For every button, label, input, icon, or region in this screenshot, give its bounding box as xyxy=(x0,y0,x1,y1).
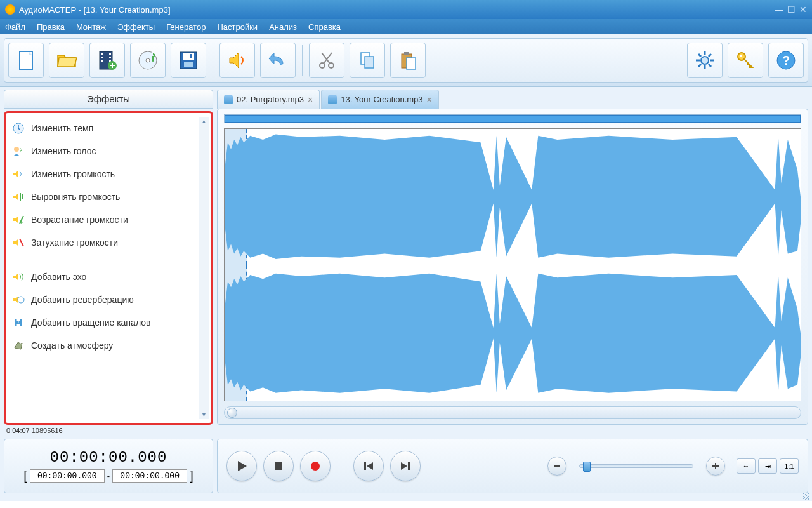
skip-back-button[interactable] xyxy=(353,451,384,481)
status-bar: 0:04:07 10895616 xyxy=(0,425,812,436)
svg-rect-7 xyxy=(109,57,111,58)
close-button[interactable]: ✕ xyxy=(799,4,807,15)
save-button[interactable] xyxy=(171,43,206,78)
effect-label: Изменить голос xyxy=(31,146,96,156)
toolbar-separator xyxy=(213,45,213,76)
svg-point-11 xyxy=(146,58,150,62)
effect-fade-out[interactable]: - Затухание громкости xyxy=(8,231,199,254)
svg-rect-53 xyxy=(715,463,716,469)
transport-panel: ↔ ⇥ 1:1 xyxy=(217,439,808,493)
minimize-button[interactable]: — xyxy=(775,4,783,15)
svg-rect-22 xyxy=(404,52,409,55)
paste-icon xyxy=(396,49,419,72)
paste-button[interactable] xyxy=(390,43,426,78)
overview-bar[interactable] xyxy=(224,114,801,123)
toolbar-area: ? xyxy=(0,34,812,87)
bracket-open: [ xyxy=(23,469,27,483)
volume-icon xyxy=(12,168,25,180)
effect-change-tempo[interactable]: Изменить темп xyxy=(8,117,199,140)
normalize-icon xyxy=(12,190,25,203)
volume-button[interactable] xyxy=(219,43,255,78)
effect-label: Изменить темп xyxy=(31,123,93,133)
svg-rect-3 xyxy=(101,53,103,55)
skip-forward-button[interactable] xyxy=(390,451,421,481)
horizontal-scrollbar[interactable] xyxy=(224,406,801,419)
tab-purgatory[interactable]: 02. Purgatory.mp3 × xyxy=(217,90,320,109)
time-panel: 00:00:00.000 [ - ] xyxy=(4,439,213,493)
zoom-in-button[interactable] xyxy=(706,457,725,476)
effects-panel: Изменить темп Изменить голос Изменить гр… xyxy=(4,111,213,425)
menu-effects[interactable]: Эффекты xyxy=(117,22,155,32)
undo-icon xyxy=(266,49,289,72)
open-file-button[interactable] xyxy=(49,43,84,78)
window-controls: — ☐ ✕ xyxy=(775,4,807,15)
selection-end-input[interactable] xyxy=(112,469,187,483)
play-button[interactable] xyxy=(226,451,257,481)
sidebar-scrollbar[interactable] xyxy=(199,117,209,419)
new-file-button[interactable] xyxy=(8,43,44,78)
tab-close-icon[interactable]: × xyxy=(308,95,313,105)
effect-label: Добавить реверберацию xyxy=(31,295,134,305)
svg-point-24 xyxy=(701,57,709,64)
zoom-1to1-button[interactable]: 1:1 xyxy=(780,458,799,474)
menu-edit[interactable]: Правка xyxy=(37,22,65,32)
plus-icon xyxy=(711,462,720,471)
svg-rect-5 xyxy=(101,60,103,62)
toolbar-separator xyxy=(302,45,303,76)
selection-start-input[interactable] xyxy=(30,469,105,483)
zoom-out-button[interactable] xyxy=(547,457,566,476)
copy-button[interactable] xyxy=(350,43,385,78)
activation-button[interactable] xyxy=(728,43,763,78)
atmosphere-icon xyxy=(12,339,25,352)
zoom-thumb[interactable] xyxy=(583,462,591,472)
svg-point-34 xyxy=(740,55,742,57)
menu-help[interactable]: Справка xyxy=(308,22,341,32)
svg-point-43 xyxy=(18,297,24,303)
effect-add-reverb[interactable]: Добавить реверберацию xyxy=(8,288,199,311)
menu-montage[interactable]: Монтаж xyxy=(76,22,106,32)
resize-grip[interactable] xyxy=(0,497,812,501)
menu-generator[interactable]: Генератор xyxy=(166,22,206,32)
svg-marker-44 xyxy=(238,461,247,471)
waveform-svg xyxy=(225,265,801,401)
waveform-display[interactable] xyxy=(224,128,801,401)
effect-create-atmosphere[interactable]: Создать атмосферу xyxy=(8,334,199,357)
selection-row: [ - ] xyxy=(23,469,193,483)
help-button[interactable]: ? xyxy=(768,43,804,78)
import-cd-button[interactable] xyxy=(130,43,166,78)
waveform-channel-right[interactable] xyxy=(225,265,801,401)
effect-change-voice[interactable]: Изменить голос xyxy=(8,140,199,163)
menu-settings[interactable]: Настройки xyxy=(217,22,258,32)
effect-channel-rotation[interactable]: Добавить вращение каналов xyxy=(8,311,199,334)
editor-area: 02. Purgatory.mp3 × 13. Your Creation.mp… xyxy=(217,90,808,425)
svg-rect-16 xyxy=(190,54,192,58)
menu-analysis[interactable]: Анализ xyxy=(269,22,297,32)
import-video-button[interactable] xyxy=(89,43,125,78)
effect-normalize-volume[interactable]: Выровнять громкость xyxy=(8,185,199,208)
fit-width-button[interactable]: ↔ xyxy=(737,458,756,474)
waveform-channel-left[interactable] xyxy=(225,129,801,265)
svg-text:?: ? xyxy=(782,53,790,67)
tab-close-icon[interactable]: × xyxy=(427,95,432,105)
maximize-button[interactable]: ☐ xyxy=(787,4,796,15)
effect-change-volume[interactable]: Изменить громкость xyxy=(8,163,199,185)
selection-dash: - xyxy=(107,471,110,481)
settings-button[interactable] xyxy=(687,43,723,78)
gear-icon xyxy=(693,49,716,72)
save-icon xyxy=(177,49,200,72)
effect-add-echo[interactable]: Добавить эхо xyxy=(8,265,199,288)
effect-label: Создать атмосферу xyxy=(31,340,113,351)
menu-file[interactable]: Файл xyxy=(5,22,25,32)
record-button[interactable] xyxy=(300,451,331,481)
fit-selection-button[interactable]: ⇥ xyxy=(758,458,777,474)
svg-rect-15 xyxy=(184,62,193,67)
zoom-slider[interactable] xyxy=(579,464,693,468)
tab-your-creation[interactable]: 13. Your Creation.mp3 × xyxy=(321,90,439,109)
undo-button[interactable] xyxy=(260,43,296,78)
scrollbar-thumb[interactable] xyxy=(227,408,237,418)
cut-button[interactable] xyxy=(309,43,344,78)
effect-fade-in[interactable]: + Возрастание громкости xyxy=(8,208,199,231)
filmstrip-add-icon xyxy=(96,49,119,72)
bracket-close: ] xyxy=(190,469,193,483)
stop-button[interactable] xyxy=(263,451,294,481)
